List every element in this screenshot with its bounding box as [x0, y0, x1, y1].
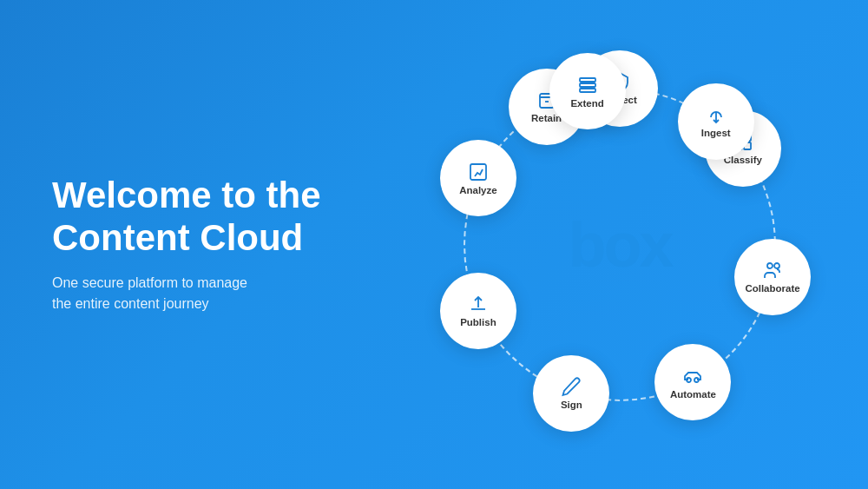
collaborate-icon [762, 260, 783, 281]
node-collaborate-label: Collaborate [745, 283, 799, 294]
diagram-section: box Protect [330, 0, 868, 489]
publish-icon [468, 294, 489, 314]
node-automate-label: Automate [670, 389, 716, 400]
svg-point-5 [774, 263, 779, 268]
node-analyze-label: Analyze [459, 185, 496, 195]
main-container: Welcome to the Content Cloud One secure … [0, 0, 868, 489]
node-collaborate[interactable]: Collaborate [734, 239, 811, 315]
svg-rect-8 [470, 164, 486, 180]
node-publish[interactable]: Publish [440, 273, 516, 349]
node-extend-label: Extend [570, 98, 603, 109]
svg-point-6 [687, 378, 691, 382]
svg-rect-10 [580, 83, 595, 87]
automate-icon [682, 366, 703, 387]
svg-rect-11 [580, 89, 595, 92]
left-section: Welcome to the Content Cloud One secure … [0, 175, 330, 314]
diagram-wrapper: box Protect [411, 36, 828, 453]
node-analyze[interactable]: Analyze [440, 140, 516, 216]
node-ingest[interactable]: Ingest [678, 83, 754, 160]
extend-icon [577, 75, 598, 96]
svg-rect-9 [580, 78, 595, 82]
sign-icon [561, 376, 582, 397]
ingest-icon [706, 104, 727, 125]
svg-point-4 [767, 263, 773, 268]
node-sign-label: Sign [561, 400, 582, 410]
page-subtitle: One secure platform to managethe entire … [52, 273, 330, 314]
node-extend[interactable]: Extend [549, 53, 626, 129]
page-title: Welcome to the Content Cloud [52, 175, 330, 259]
analyze-icon [468, 162, 489, 182]
box-logo: box [568, 209, 671, 281]
node-ingest-label: Ingest [701, 128, 731, 138]
svg-point-7 [694, 378, 699, 382]
node-automate[interactable]: Automate [654, 344, 731, 420]
node-sign[interactable]: Sign [533, 355, 609, 432]
node-publish-label: Publish [460, 317, 496, 327]
